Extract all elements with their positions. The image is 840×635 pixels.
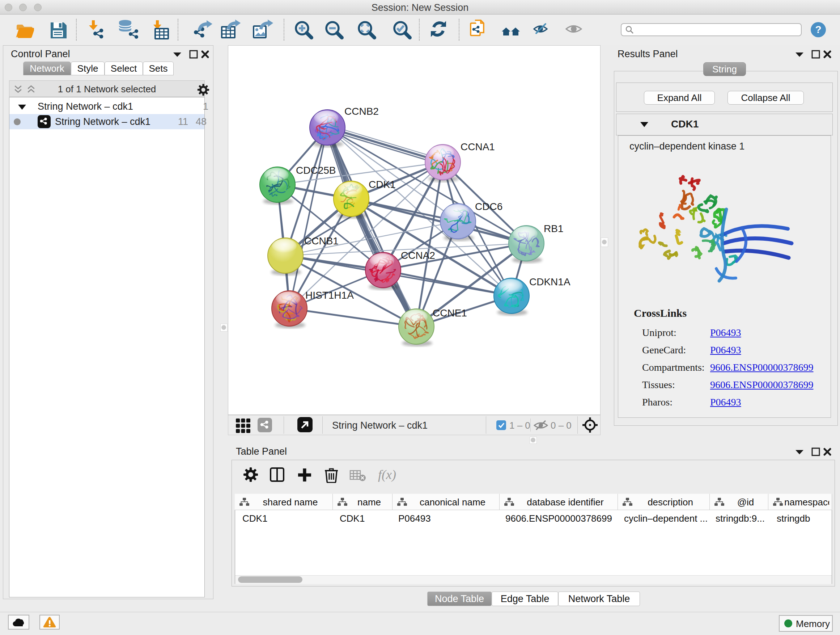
svg-text:CDC25B: CDC25B [296,165,336,176]
svg-text:CCNE1: CCNE1 [433,307,467,318]
svg-text:CCNB2: CCNB2 [344,106,379,117]
svg-text:CDK1: CDK1 [369,179,396,190]
svg-text:CDKN1A: CDKN1A [529,276,570,287]
svg-text:RB1: RB1 [544,223,563,234]
svg-text:CCNA1: CCNA1 [461,141,495,152]
svg-text:HIST1H1A: HIST1H1A [305,290,354,301]
svg-text:CDC6: CDC6 [475,201,502,212]
svg-text:CCNB1: CCNB1 [304,235,339,247]
svg-text:CCNA2: CCNA2 [401,250,435,261]
